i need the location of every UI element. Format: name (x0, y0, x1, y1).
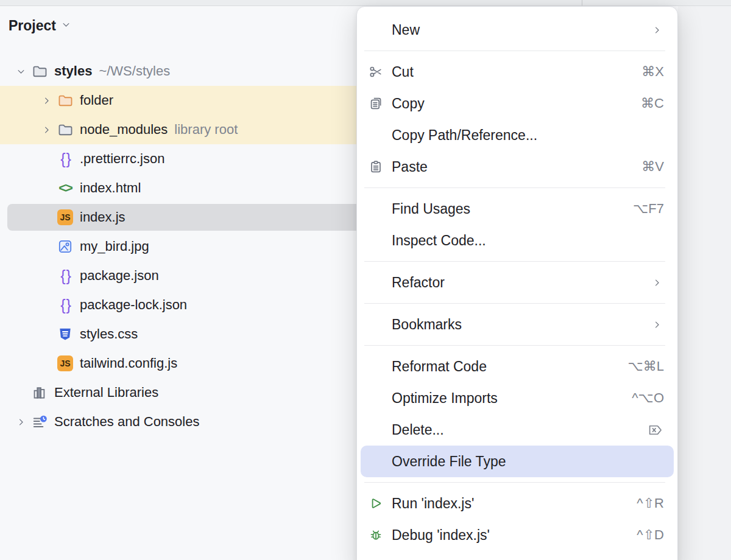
window-top-strip (0, 0, 731, 6)
menu-separator (364, 51, 665, 51)
menu-item-copy-path-reference[interactable]: Copy Path/Reference... (357, 119, 677, 151)
paste-icon (368, 159, 384, 174)
json-icon: { } (57, 268, 73, 284)
tree-item-suffix: library root (174, 122, 238, 138)
menu-item-shortcut: ⌘X (641, 64, 664, 80)
menu-item-label: Copy Path/Reference... (392, 127, 537, 144)
menu-item-label: Debug 'index.js' (392, 527, 490, 544)
menu-separator (364, 187, 665, 188)
menu-item-label: Optimize Imports (392, 390, 498, 407)
menu-item-copy[interactable]: Copy⌘C (357, 88, 677, 119)
menu-item-label: Run 'index.js' (392, 495, 474, 512)
tree-item-index-js[interactable]: JSindex.js (0, 203, 356, 232)
menu-item-shortcut: ⌘C (641, 96, 664, 111)
menu-item-optimize-imports[interactable]: Optimize Imports^⌥O (357, 382, 677, 414)
tree-item-index-html[interactable]: <>index.html (0, 173, 356, 203)
tree-item-label: styles (54, 63, 92, 79)
context-menu: NewCut⌘XCopy⌘CCopy Path/Reference...Past… (356, 6, 678, 560)
menu-item-label: Inspect Code... (392, 233, 486, 249)
html-icon: <> (57, 180, 73, 197)
menu-item-shortcut: ^⇧D (637, 527, 664, 543)
menu-item-label: Copy (392, 96, 425, 112)
menu-item-override-file-type[interactable]: Override File Type (361, 446, 674, 477)
submenu-arrow-icon (652, 26, 662, 35)
editor-area (678, 6, 731, 560)
menu-item-shortcut: ⌘V (641, 159, 664, 175)
tree-item-label: index.html (80, 180, 141, 196)
menu-item-label: Cut (392, 64, 414, 80)
menu-item-paste[interactable]: Paste⌘V (357, 151, 677, 183)
menu-separator (364, 482, 665, 483)
chevron-right-icon[interactable] (35, 96, 57, 105)
menu-separator (364, 345, 665, 346)
tree-item-styles-css[interactable]: styles.css (0, 320, 356, 349)
submenu-arrow-icon (652, 320, 662, 329)
folder-gray-icon (32, 63, 48, 80)
menu-item-shortcut: ⌥F7 (633, 201, 664, 217)
tree-item-my-bird-jpg[interactable]: my_bird.jpg (0, 232, 356, 261)
debug-icon (368, 528, 384, 542)
tree-item-prettierrc-json[interactable]: { }.prettierrc.json (0, 144, 356, 173)
js-icon: JS (57, 209, 73, 226)
chevron-right-icon[interactable] (10, 418, 32, 427)
tree-item-external-libraries[interactable]: External Libraries (0, 378, 356, 407)
submenu-arrow-icon (652, 278, 662, 287)
tree-item-folder[interactable]: folder (0, 86, 356, 115)
tree-item-label: tailwind.config.js (80, 355, 177, 371)
project-panel-header[interactable]: Project (9, 18, 71, 34)
copy-icon (368, 96, 384, 111)
menu-item-cut[interactable]: Cut⌘X (357, 56, 677, 88)
menu-separator (364, 303, 665, 304)
menu-item-label: Override File Type (392, 453, 506, 470)
tree-item-label: folder (80, 93, 113, 108)
tree-item-tailwind-config-js[interactable]: JStailwind.config.js (0, 349, 356, 378)
project-file-tree: styles~/WS/stylesfoldernode_moduleslibra… (0, 57, 356, 436)
css-icon (57, 326, 73, 343)
tree-item-label: package.json (80, 268, 159, 284)
menu-item-shortcut: ^⌥O (632, 390, 664, 406)
scratches-icon (32, 414, 48, 430)
panel-splitter[interactable] (582, 0, 582, 5)
tree-item-label: my_bird.jpg (80, 239, 149, 254)
project-panel-title: Project (9, 18, 56, 34)
chevron-down-icon[interactable] (62, 20, 71, 32)
menu-item-refactor[interactable]: Refactor (357, 267, 677, 298)
menu-item-label: Refactor (392, 275, 445, 291)
menu-item-delete[interactable]: Delete... (357, 414, 677, 446)
delete-key-icon (648, 424, 664, 436)
menu-item-run-index-js[interactable]: Run 'index.js'^⇧R (357, 488, 677, 519)
tree-item-node-modules[interactable]: node_moduleslibrary root (0, 115, 356, 144)
tree-item-package-json[interactable]: { }package.json (0, 261, 356, 290)
tree-item-label: Scratches and Consoles (54, 414, 199, 430)
tree-item-label: External Libraries (54, 385, 158, 401)
menu-item-label: Paste (392, 159, 428, 175)
tree-item-styles[interactable]: styles~/WS/styles (0, 57, 356, 86)
tree-item-label: node_modules (80, 122, 168, 138)
menu-item-label: Delete... (392, 422, 444, 438)
menu-item-bookmarks[interactable]: Bookmarks (357, 309, 677, 340)
folder-gray-icon (57, 122, 73, 138)
tree-item-scratches-and-consoles[interactable]: Scratches and Consoles (0, 407, 356, 436)
menu-item-debug-index-js[interactable]: Debug 'index.js'^⇧D (357, 519, 677, 551)
menu-item-label: Reformat Code (392, 359, 487, 375)
menu-item-label: Bookmarks (392, 317, 462, 333)
menu-item-shortcut: ^⇧R (637, 495, 664, 511)
menu-item-reformat-code[interactable]: Reformat Code⌥⌘L (357, 351, 677, 382)
json-icon: { } (57, 297, 73, 313)
image-icon (57, 239, 73, 255)
lib-icon (32, 385, 48, 401)
tree-item-label: index.js (80, 209, 125, 225)
cut-icon (368, 65, 384, 79)
menu-item-find-usages[interactable]: Find Usages⌥F7 (357, 193, 677, 225)
menu-item-label: New (392, 22, 420, 38)
menu-item-inspect-code[interactable]: Inspect Code... (357, 225, 677, 256)
menu-item-new[interactable]: New (357, 14, 677, 46)
chevron-right-icon[interactable] (35, 125, 57, 135)
tree-item-label: .prettierrc.json (80, 151, 164, 167)
chevron-down-icon[interactable] (10, 67, 32, 76)
menu-item-label: Find Usages (392, 201, 470, 217)
tree-item-suffix: ~/WS/styles (99, 63, 170, 79)
tree-item-label: package-lock.json (80, 297, 187, 313)
menu-separator (364, 261, 665, 262)
tree-item-package-lock-json[interactable]: { }package-lock.json (0, 290, 356, 320)
